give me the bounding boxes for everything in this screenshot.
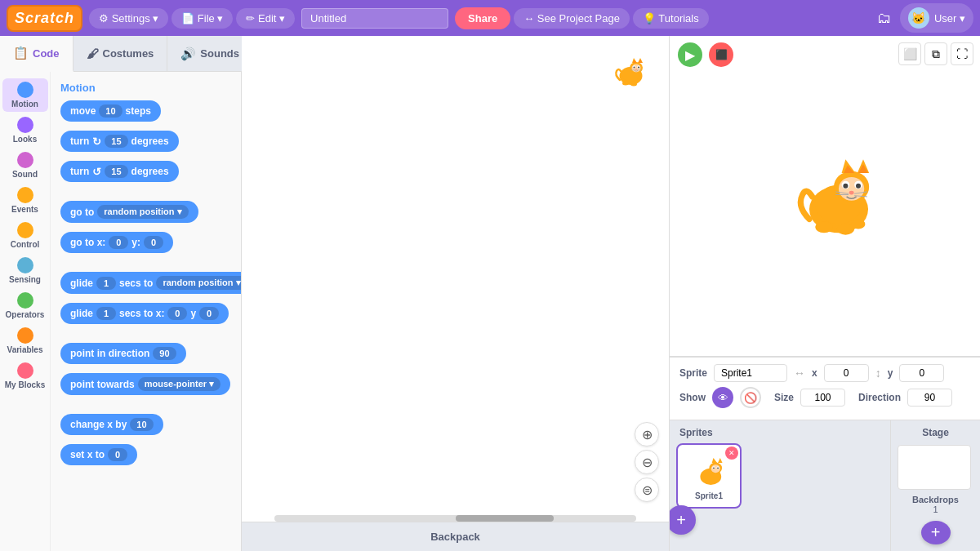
move-steps-input[interactable]: 10 — [99, 104, 122, 118]
turn-cw-block[interactable]: turn ↻ 15 degrees — [60, 131, 179, 152]
scroll-track — [274, 515, 636, 522]
point-dir-block[interactable]: point in direction 90 — [60, 343, 186, 364]
sounds-icon: 🔊 — [180, 47, 196, 61]
user-menu[interactable]: 🐱 User ▾ — [900, 3, 973, 33]
layout-small-button[interactable]: ⬜ — [898, 42, 921, 65]
size-value-input[interactable] — [800, 389, 845, 407]
block-point-towards[interactable]: point towards mouse-pointer ▾ — [60, 373, 234, 400]
turn-cw-degrees-input[interactable]: 15 — [105, 135, 127, 148]
sprite-delete-button[interactable]: ✕ — [725, 447, 738, 460]
show-visible-button[interactable]: 👁 — [712, 387, 733, 408]
category-events[interactable]: Events — [2, 184, 48, 217]
category-variables[interactable]: Variables — [2, 324, 48, 358]
goto-block[interactable]: go to random position ▾ — [60, 201, 198, 223]
blocks-panel: Motion Looks Sound Events Control — [0, 72, 241, 551]
category-control[interactable]: Control — [2, 219, 48, 252]
block-point-dir[interactable]: point in direction 90 — [60, 343, 234, 369]
move-block[interactable]: move 10 steps — [60, 100, 161, 122]
tab-costumes[interactable]: 🖌 Costumes — [74, 36, 168, 71]
tutorials-button[interactable]: 💡 Tutorials — [633, 8, 709, 29]
glide-xy-x-input[interactable]: 0 — [167, 307, 187, 320]
blocks-list: Motion move 10 steps turn ↻ 15 degrees — [51, 72, 241, 551]
block-move[interactable]: move 10 steps — [60, 100, 234, 127]
goto-xy-block[interactable]: go to x: 0 y: 0 — [60, 232, 173, 253]
show-hidden-button[interactable]: 🚫 — [740, 387, 761, 408]
stage-right-title: Stage — [898, 427, 973, 438]
tab-code[interactable]: 📋 Code — [0, 36, 74, 72]
goto-dropdown[interactable]: random position ▾ — [97, 205, 188, 219]
horizontal-scrollbar[interactable] — [274, 515, 636, 522]
point-towards-dropdown[interactable]: mouse-pointer ▾ — [138, 377, 220, 391]
share-button[interactable]: Share — [455, 7, 510, 29]
block-turn-cw[interactable]: turn ↻ 15 degrees — [60, 131, 234, 157]
sprite-thumb-label: Sprite1 — [695, 491, 723, 500]
block-set-x[interactable]: set x to 0 — [60, 444, 234, 470]
category-sound[interactable]: Sound — [2, 149, 48, 182]
tab-sounds[interactable]: 🔊 Sounds — [167, 36, 253, 71]
svg-point-47 — [717, 467, 719, 469]
edit-menu[interactable]: ✏ Edit ▾ — [236, 8, 295, 29]
svg-point-29 — [844, 184, 849, 189]
sprite-thumb-sprite1[interactable]: ✕ Sprite1 — [676, 443, 742, 509]
script-area[interactable]: ⊕ ⊖ ⊜ Backpack — [242, 36, 670, 551]
svg-point-12 — [635, 69, 637, 70]
category-operators[interactable]: Operators — [2, 289, 48, 322]
layout-fullscreen-button[interactable]: ⛶ — [951, 42, 973, 65]
costumes-icon: 🖌 — [87, 47, 99, 60]
scroll-thumb[interactable] — [456, 515, 554, 522]
block-glide-to[interactable]: glide 1 secs to random position ▾ — [60, 272, 234, 299]
category-myblocks[interactable]: My Blocks — [2, 359, 48, 393]
myblocks-dot — [17, 362, 33, 379]
turn-ccw-degrees-input[interactable]: 15 — [105, 165, 127, 178]
main-layout: 📋 Code 🖌 Costumes 🔊 Sounds Motion — [0, 36, 980, 551]
change-x-block[interactable]: change x by 10 — [60, 414, 163, 435]
block-goto-xy[interactable]: go to x: 0 y: 0 — [60, 232, 234, 258]
block-goto[interactable]: go to random position ▾ — [60, 201, 234, 228]
project-title-input[interactable] — [301, 8, 448, 29]
zoom-in-button[interactable]: ⊕ — [635, 422, 659, 447]
folder-icon[interactable]: 🗂 — [872, 7, 897, 30]
svg-point-11 — [638, 67, 639, 69]
stage-backdrop-thumb[interactable] — [898, 445, 971, 490]
sprite-name-input[interactable] — [714, 364, 787, 382]
svg-marker-41 — [712, 457, 717, 462]
y-value-input[interactable] — [899, 364, 944, 382]
glide-to-dropdown[interactable]: random position ▾ — [156, 276, 241, 290]
add-sprite-button[interactable]: + — [670, 505, 696, 535]
settings-menu[interactable]: ⚙ Settings ▾ — [89, 8, 168, 29]
goto-y-input[interactable]: 0 — [144, 236, 163, 249]
category-motion[interactable]: Motion — [2, 78, 48, 112]
point-dir-input[interactable]: 90 — [153, 347, 176, 360]
glide-xy-block[interactable]: glide 1 secs to x: 0 y 0 — [60, 303, 229, 324]
block-turn-ccw[interactable]: turn ↺ 15 degrees — [60, 161, 234, 187]
glide-xy-secs-input[interactable]: 1 — [96, 307, 116, 320]
scratch-logo[interactable]: Scratch — [7, 5, 82, 32]
point-towards-block[interactable]: point towards mouse-pointer ▾ — [60, 373, 230, 395]
stop-button[interactable]: ⬛ — [709, 42, 733, 67]
glide-xy-y-input[interactable]: 0 — [199, 307, 219, 320]
block-change-x[interactable]: change x by 10 — [60, 414, 234, 440]
file-menu[interactable]: 📄 File ▾ — [172, 8, 233, 29]
green-flag-button[interactable]: ▶ — [678, 42, 702, 67]
add-backdrop-button[interactable]: + — [921, 521, 951, 544]
sprites-bottom: Sprites ✕ Sprite1 — [670, 420, 980, 551]
backpack-bar[interactable]: Backpack — [242, 522, 669, 551]
goto-x-input[interactable]: 0 — [109, 236, 128, 249]
category-looks[interactable]: Looks — [2, 113, 48, 147]
glide-to-block[interactable]: glide 1 secs to random position ▾ — [60, 272, 241, 294]
glide-secs-input[interactable]: 1 — [96, 277, 116, 290]
category-sensing[interactable]: Sensing — [2, 254, 48, 287]
operators-dot — [17, 292, 33, 309]
set-x-input[interactable]: 0 — [108, 448, 127, 461]
set-x-block[interactable]: set x to 0 — [60, 444, 137, 465]
zoom-reset-button[interactable]: ⊜ — [635, 478, 659, 502]
sprite-info-row-1: Sprite ↔ x ↕ y — [679, 364, 970, 382]
layout-split-button[interactable]: ⧉ — [924, 42, 947, 65]
block-glide-xy[interactable]: glide 1 secs to x: 0 y 0 — [60, 303, 234, 329]
direction-value-input[interactable] — [907, 389, 952, 407]
turn-ccw-block[interactable]: turn ↺ 15 degrees — [60, 161, 179, 182]
change-x-input[interactable]: 10 — [130, 418, 153, 431]
x-value-input[interactable] — [824, 364, 869, 382]
see-project-button[interactable]: ↔ See Project Page — [514, 8, 630, 29]
zoom-out-button[interactable]: ⊖ — [635, 450, 659, 474]
